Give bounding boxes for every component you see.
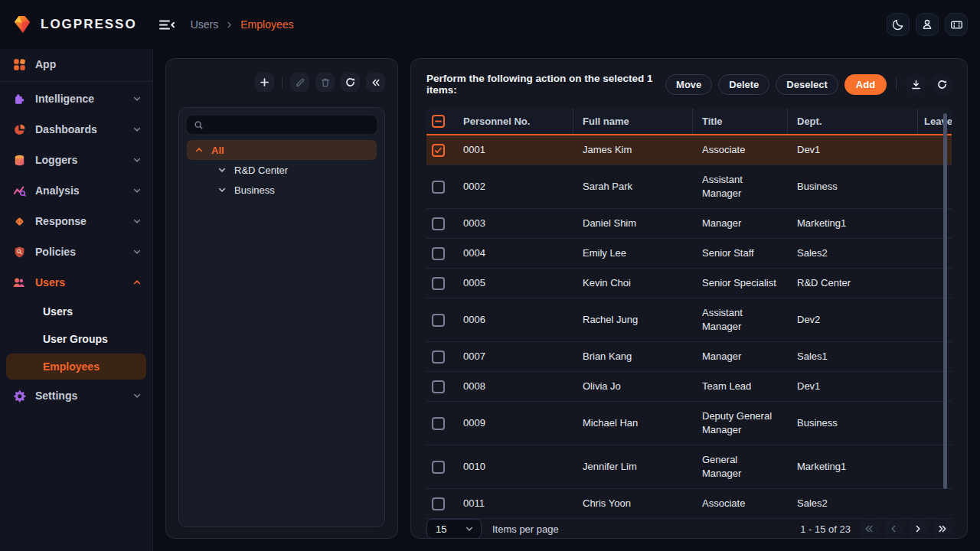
chevron-up-icon[interactable]	[194, 145, 204, 155]
row-checkbox-cell[interactable]	[426, 269, 454, 298]
export-button[interactable]	[906, 74, 926, 94]
deselect-button[interactable]: Deselect	[776, 74, 838, 95]
table-row[interactable]: 0003Daniel ShimManagerMarketing1	[426, 209, 952, 239]
column-header-full-name[interactable]: Full name	[573, 109, 693, 134]
row-checkbox[interactable]	[432, 350, 445, 364]
theme-toggle-button[interactable]	[887, 13, 910, 36]
add-button[interactable]	[255, 73, 274, 92]
refresh-button[interactable]	[932, 74, 952, 94]
row-checkbox-cell[interactable]	[426, 239, 454, 268]
sidebar-item-policies[interactable]: Policies	[0, 236, 152, 267]
prev-page-button[interactable]	[884, 520, 903, 538]
chevron-down-icon	[132, 125, 142, 134]
row-checkbox-cell[interactable]	[426, 165, 454, 208]
tree-item-label: R&D Center	[234, 165, 288, 176]
column-header-title[interactable]: Title	[693, 109, 788, 134]
tree-item-business[interactable]: Business	[187, 180, 377, 200]
row-checkbox[interactable]	[432, 247, 445, 260]
select-all-cell[interactable]	[426, 109, 454, 134]
sidebar-subitem-employees[interactable]: Employees	[6, 354, 146, 380]
collapse-panel-button[interactable]	[366, 73, 385, 92]
row-checkbox[interactable]	[432, 277, 445, 290]
move-button[interactable]: Move	[665, 74, 712, 95]
table-row[interactable]: 0001James KimAssociateDev1	[426, 135, 952, 165]
delete-button[interactable]	[315, 73, 335, 92]
last-page-button[interactable]	[933, 520, 952, 538]
chevron-down-icon	[132, 186, 142, 195]
page-size-select[interactable]: 15	[426, 519, 482, 539]
column-header-personnel-no-[interactable]: Personnel No.	[454, 109, 573, 134]
row-checkbox-cell[interactable]	[426, 342, 454, 371]
sidebar-item-settings[interactable]: Settings	[0, 380, 152, 411]
row-checkbox-cell[interactable]	[426, 445, 454, 488]
sidebar-item-label: Users	[35, 276, 123, 289]
page-size-value: 15	[436, 523, 446, 535]
logo: LOGPRESSO	[12, 15, 137, 35]
table-row[interactable]: 0005Kevin ChoiSenior SpecialistR&D Cente…	[426, 269, 952, 298]
table-scrollbar[interactable]	[943, 113, 947, 489]
column-header-dept-[interactable]: Dept.	[788, 109, 918, 134]
tree-item-r-d-center[interactable]: R&D Center	[187, 160, 377, 180]
row-checkbox-cell[interactable]	[426, 209, 454, 238]
row-checkbox[interactable]	[432, 380, 445, 393]
delete-button[interactable]: Delete	[718, 74, 769, 95]
chevron-up-icon	[132, 278, 142, 287]
chevron-down-icon[interactable]	[217, 185, 227, 194]
table-row[interactable]: 0002Sarah ParkAssistant ManagerBusiness	[426, 165, 952, 209]
sidebar-subitem-users[interactable]: Users	[0, 298, 152, 325]
breadcrumb-current: Employees	[240, 18, 293, 31]
next-page-button[interactable]	[909, 520, 927, 538]
sidebar-collapse-button[interactable]	[158, 18, 175, 31]
row-checkbox[interactable]	[432, 417, 445, 430]
sidebar-item-app[interactable]: App	[0, 49, 152, 80]
edit-button[interactable]	[290, 73, 309, 92]
cell-full-name: Rachel Jung	[573, 298, 693, 341]
row-checkbox-cell[interactable]	[426, 135, 454, 165]
select-all-checkbox[interactable]	[432, 115, 445, 128]
row-checkbox-cell[interactable]	[426, 372, 454, 401]
first-page-button[interactable]	[860, 520, 878, 538]
cell-full-name: Emily Lee	[573, 239, 693, 268]
row-checkbox[interactable]	[432, 217, 445, 230]
table-row[interactable]: 0009Michael HanDeputy General ManagerBus…	[426, 402, 952, 445]
sidebar-item-label: Response	[35, 215, 123, 227]
row-checkbox[interactable]	[432, 144, 445, 157]
sidebar-item-label: Loggers	[35, 154, 123, 166]
sidebar-item-analysis[interactable]: Analysis	[0, 175, 152, 206]
breadcrumb-parent[interactable]: Users	[191, 18, 219, 31]
refresh-button[interactable]	[341, 73, 360, 92]
topbar-actions	[887, 13, 968, 36]
search-input[interactable]	[208, 119, 370, 131]
table-row[interactable]: 0007Brian KangManagerSales1	[426, 342, 952, 372]
cell-title: General Manager	[693, 445, 788, 488]
table-row[interactable]: 0006Rachel JungAssistant ManagerDev2	[426, 298, 952, 342]
sidebar-item-response[interactable]: Response	[0, 206, 152, 236]
sidebar-item-users[interactable]: Users	[0, 267, 152, 298]
row-checkbox-cell[interactable]	[426, 489, 454, 518]
cell-full-name: Michael Han	[573, 402, 693, 445]
chevron-down-icon[interactable]	[217, 165, 227, 174]
table-row[interactable]: 0010Jennifer LimGeneral ManagerMarketing…	[426, 445, 952, 489]
table-row[interactable]: 0004Emily LeeSenior StaffSales2	[426, 239, 952, 269]
row-checkbox-cell[interactable]	[426, 298, 454, 341]
sidebar-item-intelligence[interactable]: Intelligence	[0, 83, 152, 114]
tree-item-all[interactable]: All	[187, 140, 377, 160]
row-checkbox[interactable]	[432, 497, 445, 510]
sidebar-item-loggers[interactable]: Loggers	[0, 145, 152, 175]
account-button[interactable]	[916, 13, 939, 36]
sidebar-item-dashboards[interactable]: Dashboards	[0, 114, 152, 145]
sidebar-item-label: App	[35, 58, 142, 70]
sidebar-subitem-user-groups[interactable]: User Groups	[0, 325, 152, 353]
row-checkbox-cell[interactable]	[426, 402, 454, 445]
row-checkbox[interactable]	[432, 314, 445, 327]
tree-search[interactable]	[187, 116, 377, 134]
row-checkbox[interactable]	[432, 461, 445, 474]
chevron-left-icon	[888, 523, 899, 534]
license-button[interactable]	[945, 13, 968, 36]
cell-dept: Dev1	[788, 135, 918, 165]
table-row[interactable]: 0011Chris YoonAssociateSales2	[426, 489, 952, 519]
row-checkbox[interactable]	[432, 181, 445, 194]
cell-title: Manager	[693, 342, 788, 371]
table-row[interactable]: 0008Olivia JoTeam LeadDev1	[426, 372, 952, 402]
add-button[interactable]: Add	[844, 74, 887, 95]
